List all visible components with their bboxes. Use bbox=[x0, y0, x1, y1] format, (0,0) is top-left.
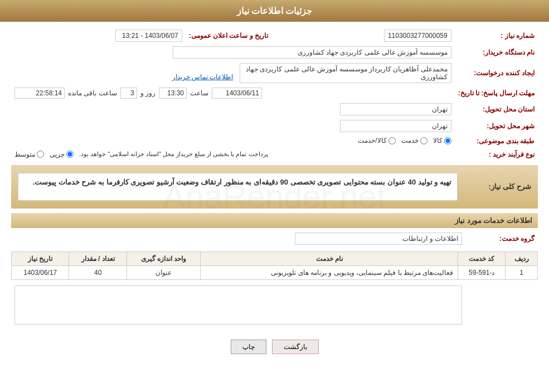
process-label: نوع فرآیند خرید : bbox=[455, 148, 538, 161]
category-row: کالا/خدمت خدمت کالا bbox=[11, 134, 455, 148]
buyer-notes-label bbox=[465, 283, 538, 327]
services-section-header: اطلاعات خدمات مورد نیاز bbox=[11, 213, 538, 228]
category-label: طبقه بندی موضوعی: bbox=[455, 134, 538, 148]
table-header: ردیف bbox=[506, 251, 538, 265]
remaining-time-value: 22:58:14 bbox=[14, 88, 65, 99]
remaining-time-label: ساعت باقی مانده bbox=[68, 89, 117, 97]
table-cell: 1 bbox=[506, 265, 538, 279]
announce-date-input: 1403/06/07 - 13:21 bbox=[115, 30, 182, 42]
send-date-label: مهلت ارسال پاسخ: تا تاریخ: bbox=[455, 85, 538, 101]
send-days-label: روز و bbox=[140, 89, 156, 97]
general-description-value: تهیه و تولید 40 عنوان بسته محتوایی تصویر… bbox=[18, 173, 458, 201]
city-label: شهر محل تحویل: bbox=[455, 118, 538, 134]
table-header: نام خدمت bbox=[201, 251, 458, 265]
print-button[interactable]: چاپ bbox=[231, 340, 266, 354]
table-row: 1د-591-59فعالیت‌های مرتبط با فیلم سینمای… bbox=[12, 265, 538, 279]
process-row: متوسط جزیی پرداخت تمام یا بخشی از مبلغ خ… bbox=[11, 148, 455, 161]
main-info-table: شماره نیاز : 1103003277000059 تاریخ و سا… bbox=[11, 27, 538, 161]
city-value: تهران bbox=[11, 118, 455, 134]
creator-value: محمدعلی آظاهریان کاربرداز موسسسه آموزش ع… bbox=[11, 61, 455, 85]
announce-date-label: تاریخ و ساعت اعلان عمومی: bbox=[186, 27, 279, 44]
table-header: کد خدمت bbox=[458, 251, 506, 265]
table-header: تاریخ نیاز bbox=[12, 251, 69, 265]
send-date-value: 1403/06/11 bbox=[212, 88, 262, 99]
process-medium-label: متوسط bbox=[14, 151, 35, 158]
send-time-label: ساعت bbox=[190, 89, 208, 97]
send-time-value: 13:30 bbox=[159, 88, 187, 99]
contact-link[interactable]: اطلاعات تماس خریدار bbox=[172, 73, 234, 81]
process-medium[interactable]: متوسط bbox=[14, 151, 44, 158]
creator-input: محمدعلی آظاهریان کاربرداز موسسسه آموزش ع… bbox=[240, 63, 451, 83]
service-group-label: گروه خدمت: bbox=[465, 230, 538, 247]
page-header: جزئیات اطلاعات نیاز bbox=[0, 0, 549, 22]
table-cell: 1403/06/17 bbox=[12, 265, 69, 279]
category-goods-radio[interactable] bbox=[444, 137, 451, 144]
buyer-org-label: نام دستگاه خریدار: bbox=[455, 44, 538, 61]
category-goods-service-radio[interactable] bbox=[388, 137, 396, 144]
city-input: تهران bbox=[340, 120, 451, 132]
category-goods[interactable]: کالا bbox=[433, 137, 451, 144]
need-number-value: 1103003277000059 bbox=[279, 27, 455, 44]
services-table: ردیفکد خدمتنام خدمتواحد اندازه گیریتعداد… bbox=[11, 251, 538, 280]
service-group-table: گروه خدمت: اطلاعات و ارتباطات bbox=[11, 230, 538, 247]
table-cell: عنوان bbox=[127, 265, 200, 279]
category-goods-label: کالا bbox=[433, 137, 443, 144]
service-group-value: اطلاعات و ارتباطات bbox=[11, 230, 465, 247]
send-date-row: 22:58:14 ساعت باقی مانده 3 روز و 13:30 س… bbox=[11, 85, 455, 101]
process-partial-radio[interactable] bbox=[66, 151, 74, 158]
back-button[interactable]: بازگشت bbox=[272, 340, 319, 354]
need-number-input: 1103003277000059 bbox=[384, 30, 451, 42]
process-partial[interactable]: جزیی bbox=[50, 151, 74, 158]
buyer-notes-value bbox=[11, 283, 465, 327]
buyer-org-input: موسسسه آموزش عالی علمی کاربردی جهاد کشاو… bbox=[173, 46, 451, 59]
creator-label: ایجاد کننده درخواست: bbox=[455, 61, 538, 85]
category-goods-service[interactable]: کالا/خدمت bbox=[358, 137, 395, 144]
category-service-label: خدمت bbox=[401, 137, 419, 144]
category-goods-service-label: کالا/خدمت bbox=[358, 137, 386, 144]
table-cell: فعالیت‌های مرتبط با فیلم سینمایی، ویدیوی… bbox=[201, 265, 458, 279]
category-service[interactable]: خدمت bbox=[401, 137, 427, 144]
process-note: پرداخت تمام یا بخشی از مبلغ خریداز محل "… bbox=[79, 151, 268, 158]
general-description-label: شرح کلی نیاز: bbox=[459, 170, 531, 204]
process-medium-radio[interactable] bbox=[37, 151, 44, 158]
process-partial-label: جزیی bbox=[50, 151, 65, 158]
table-cell: د-591-59 bbox=[458, 265, 506, 279]
buyer-notes-input bbox=[14, 285, 462, 325]
need-number-label: شماره نیاز : bbox=[455, 27, 538, 44]
service-group-input: اطلاعات و ارتباطات bbox=[295, 233, 462, 245]
category-service-radio[interactable] bbox=[420, 137, 427, 144]
table-header: تعداد / مقدار bbox=[69, 251, 127, 265]
buyer-org-value: موسسسه آموزش عالی علمی کاربردی جهاد کشاو… bbox=[11, 44, 455, 61]
province-value: تهران bbox=[11, 101, 455, 118]
announce-date-value: 1403/06/07 - 13:21 bbox=[11, 27, 186, 44]
button-row: بازگشت چاپ bbox=[11, 331, 538, 362]
province-label: استان محل تحویل: bbox=[455, 101, 538, 118]
province-input: تهران bbox=[340, 103, 451, 115]
buyer-notes-table bbox=[11, 283, 538, 327]
general-description-header: شرح کلی نیاز: تهیه و تولید 40 عنوان بسته… bbox=[11, 165, 538, 209]
table-cell: 40 bbox=[69, 265, 127, 279]
table-header: واحد اندازه گیری bbox=[127, 251, 200, 265]
send-days-value: 3 bbox=[120, 88, 137, 99]
